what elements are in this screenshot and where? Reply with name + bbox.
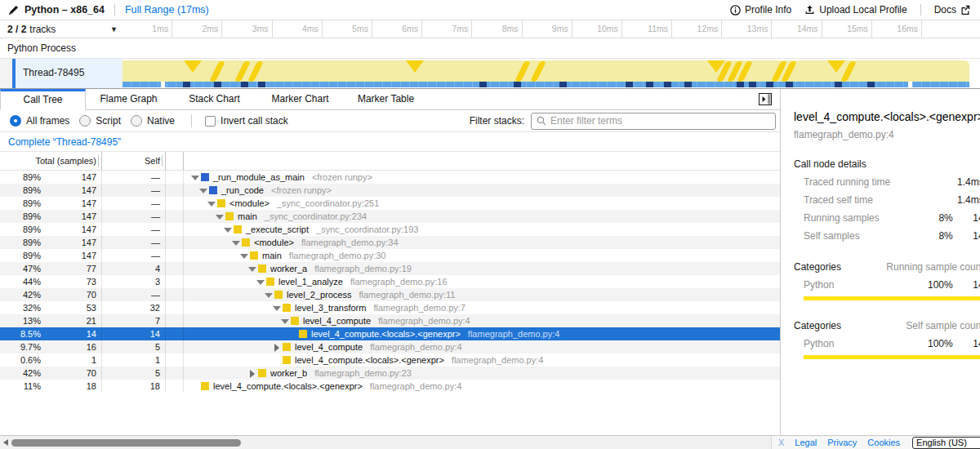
category-square-icon: [201, 382, 209, 390]
categories-running-header: Categories Running sample count: [794, 261, 980, 273]
profile-info-button[interactable]: Profile Info: [730, 4, 791, 16]
table-row[interactable]: 13%217level_4_computeflamegraph_demo.py:…: [0, 314, 780, 327]
function-name: _run_code: [221, 184, 264, 197]
collapse-arrow-icon[interactable]: [198, 186, 209, 195]
collapse-arrow-icon[interactable]: [190, 173, 201, 182]
category-square-icon: [258, 369, 266, 377]
invert-call-stack-checkbox[interactable]: [205, 116, 216, 127]
scroll-left-arrow-icon[interactable]: [3, 439, 8, 446]
radio-native[interactable]: [131, 115, 142, 127]
scrollbar-thumb[interactable]: [11, 439, 241, 447]
collapse-arrow-icon[interactable]: [264, 291, 274, 300]
sample-dot: [867, 82, 875, 87]
info-icon: [730, 5, 741, 16]
docs-link[interactable]: Docs: [934, 4, 970, 16]
category-name: Python: [794, 279, 919, 291]
thread-track-label[interactable]: Thread-78495: [16, 59, 122, 88]
x-link[interactable]: X: [778, 438, 784, 447]
profiler-app: Python – x86_64 Full Range (17ms) Profil…: [0, 0, 980, 449]
collapse-arrow-icon[interactable]: [207, 199, 217, 208]
spacer-cell: [166, 236, 184, 249]
radio-native-label[interactable]: Native: [147, 115, 175, 127]
table-row[interactable]: 44%733level_1_analyzeflamegraph_demo.py:…: [0, 275, 780, 288]
spacer-cell: [166, 275, 184, 288]
collapse-arrow-icon[interactable]: [247, 265, 258, 273]
radio-all-frames[interactable]: [10, 115, 21, 127]
filter-search-box[interactable]: [531, 113, 776, 130]
process-track-header[interactable]: Python Process: [0, 38, 980, 59]
total-cell: 9.7%16: [0, 340, 102, 353]
tracks-count-dropdown[interactable]: 2 / 2 tracks ▼: [0, 20, 122, 38]
total-cell: 13%21: [0, 314, 102, 327]
total-cell: 8.5%14: [0, 327, 102, 340]
horizontal-scrollbar[interactable]: [0, 436, 771, 449]
collapse-arrow-icon[interactable]: [280, 317, 291, 326]
table-row[interactable]: 89%147—mainflamegraph_demo.py:30: [0, 249, 780, 262]
collapse-arrow-icon[interactable]: [239, 251, 250, 260]
tab-marker-chart[interactable]: Marker Chart: [257, 89, 343, 109]
col-total-header[interactable]: Total (samples): [0, 152, 102, 170]
self-cell: 3: [102, 275, 166, 288]
tree-cell: level_1_analyzeflamegraph_demo.py:16: [184, 275, 780, 288]
table-row[interactable]: 0.6%11level_4_compute.<locals>.<genexpr>…: [0, 353, 780, 367]
total-cell: 89%147: [0, 171, 102, 184]
expand-arrow-icon[interactable]: [272, 343, 283, 352]
radio-script-label[interactable]: Script: [96, 115, 121, 127]
table-row[interactable]: 47%774worker_aflamegraph_demo.py:19: [0, 262, 780, 275]
track-canvas[interactable]: [122, 60, 969, 87]
upload-profile-button[interactable]: Upload Local Profile: [804, 4, 906, 16]
collapse-arrow-icon[interactable]: [231, 238, 242, 247]
table-row[interactable]: 42%70—level_2_processflamegraph_demo.py:…: [0, 288, 780, 301]
radio-script[interactable]: [79, 115, 91, 127]
collapse-arrow-icon[interactable]: [256, 278, 266, 287]
expand-arrow-icon[interactable]: [247, 369, 258, 378]
privacy-link[interactable]: Privacy: [827, 438, 857, 447]
sidebar-function-title: level_4_compute.<locals>.<genexpr>: [794, 110, 980, 123]
breadcrumb[interactable]: Complete “Thread-78495”: [8, 136, 121, 148]
cookies-link[interactable]: Cookies: [867, 438, 900, 447]
header-left: Python – x86_64 Full Range (17ms): [0, 4, 730, 16]
edit-pencil-icon[interactable]: [8, 5, 19, 16]
table-row[interactable]: 89%147—_execute_script_sync_coordinator.…: [0, 223, 780, 236]
stat-label: Running samples: [794, 212, 919, 224]
time-ruler[interactable]: 1ms2ms3ms4ms5ms6ms7ms8ms9ms10ms11ms12ms1…: [122, 20, 980, 38]
category-square-icon: [283, 356, 291, 364]
tracks-count-value: 2 / 2: [7, 24, 26, 35]
header-right: Profile Info Upload Local Profile Docs: [730, 4, 980, 16]
table-row[interactable]: 8.5%1414level_4_compute.<locals>.<genexp…: [0, 327, 780, 340]
category-square-icon: [234, 225, 242, 233]
thread-track-row[interactable]: Thread-78495: [0, 59, 980, 89]
table-row[interactable]: 89%147—main_sync_coordinator.py:234: [0, 210, 780, 223]
ruler-tick: 1ms: [122, 20, 172, 38]
tab-marker-table[interactable]: Marker Table: [343, 89, 429, 109]
table-row[interactable]: 89%147—_run_module_as_main<frozen runpy>: [0, 171, 780, 184]
table-row[interactable]: 42%705worker_bflamegraph_demo.py:23: [0, 367, 780, 380]
categories-metric-label: Self sample count: [906, 320, 980, 331]
total-cell: 89%147: [0, 210, 102, 223]
tab-call-tree[interactable]: Call Tree: [0, 89, 86, 110]
radio-all-frames-label[interactable]: All frames: [26, 115, 69, 127]
profile-info-label: Profile Info: [745, 4, 791, 16]
table-row[interactable]: 11%1818level_4_compute.<locals>.<genexpr…: [0, 380, 780, 393]
sidebar-toggle-button[interactable]: [759, 93, 772, 108]
table-row[interactable]: 89%147—<module>_sync_coordinator.py:251: [0, 197, 780, 210]
collapse-arrow-icon[interactable]: [272, 304, 283, 313]
language-select[interactable]: English (US) ▼: [912, 437, 980, 449]
spacer-cell: [166, 184, 184, 197]
invert-call-stack-label[interactable]: Invert call stack: [220, 115, 288, 127]
total-cell: 42%70: [0, 288, 102, 301]
table-row[interactable]: 89%147—<module>flamegraph_demo.py:34: [0, 236, 780, 249]
category-bar-running: [804, 296, 980, 300]
col-self-header[interactable]: Self: [102, 152, 166, 170]
collapse-arrow-icon[interactable]: [223, 225, 234, 234]
legal-link[interactable]: Legal: [795, 438, 817, 447]
table-row[interactable]: 9.7%165level_4_computeflamegraph_demo.py…: [0, 340, 780, 353]
tab-flame-graph[interactable]: Flame Graph: [86, 89, 172, 109]
table-row[interactable]: 32%5332level_3_transformflamegraph_demo.…: [0, 301, 780, 314]
table-row[interactable]: 89%147—_run_code<frozen runpy>: [0, 184, 780, 197]
self-cell: 18: [102, 380, 166, 393]
collapse-arrow-icon[interactable]: [215, 212, 225, 221]
tab-stack-chart[interactable]: Stack Chart: [172, 89, 257, 109]
full-range-link[interactable]: Full Range (17ms): [125, 4, 209, 16]
filter-search-input[interactable]: [550, 115, 770, 127]
